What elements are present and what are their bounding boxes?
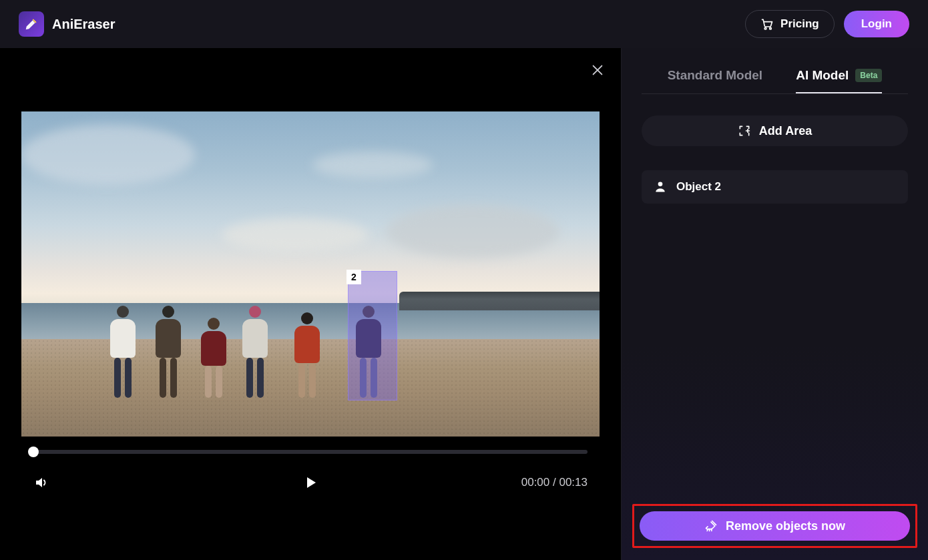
app-logo-icon xyxy=(19,11,44,37)
pricing-button[interactable]: Pricing xyxy=(745,10,835,38)
header-actions: Pricing Login xyxy=(745,10,909,38)
add-area-label: Add Area xyxy=(759,124,812,138)
video-person xyxy=(196,318,231,398)
app-root: AniEraser Pricing Login xyxy=(0,0,928,560)
pricing-label: Pricing xyxy=(780,17,819,31)
broom-icon xyxy=(704,519,718,533)
video-cloud xyxy=(21,125,195,185)
tab-ai-label: AI Model xyxy=(796,68,849,83)
highlight-box: Remove objects now xyxy=(632,504,917,548)
video-cloud xyxy=(312,152,433,178)
object-selection-tag: 2 xyxy=(346,270,361,284)
time-current: 00:00 xyxy=(521,476,550,489)
cart-icon xyxy=(760,17,774,31)
add-area-button[interactable]: Add Area xyxy=(642,115,908,146)
video-person xyxy=(103,306,143,398)
svg-point-2 xyxy=(658,182,663,187)
svg-point-0 xyxy=(764,27,766,29)
login-label: Login xyxy=(861,17,892,30)
video-person xyxy=(148,306,188,398)
video-frame[interactable]: 2 xyxy=(21,111,600,437)
tab-standard-model[interactable]: Standard Model xyxy=(668,63,763,93)
player-controls: 00:00 / 00:13 xyxy=(33,473,588,493)
time-separator: / xyxy=(549,476,559,489)
object-row[interactable]: Object 2 xyxy=(642,170,908,204)
player: 00:00 / 00:13 xyxy=(0,437,621,493)
video-pane: 2 00:00 / 00:13 xyxy=(0,48,621,560)
app-header: AniEraser Pricing Login xyxy=(0,0,928,48)
add-area-icon xyxy=(738,124,751,137)
tab-standard-label: Standard Model xyxy=(668,68,763,83)
remove-objects-label: Remove objects now xyxy=(726,519,845,533)
time-display: 00:00 / 00:13 xyxy=(521,476,588,489)
play-button[interactable] xyxy=(302,475,318,491)
model-tabs: Standard Model AI Model Beta xyxy=(642,63,908,94)
video-cloud xyxy=(386,205,559,258)
video-person xyxy=(235,306,275,398)
video-cloud xyxy=(222,218,369,252)
side-panel: Standard Model AI Model Beta Add Area Ob… xyxy=(621,48,928,560)
tab-ai-model[interactable]: AI Model Beta xyxy=(796,63,882,93)
svg-point-1 xyxy=(770,27,772,29)
video-person xyxy=(288,312,326,398)
remove-objects-button[interactable]: Remove objects now xyxy=(640,511,910,541)
tabs-divider xyxy=(642,93,908,94)
brand: AniEraser xyxy=(19,11,115,37)
video-breakwater xyxy=(399,292,600,310)
close-button[interactable] xyxy=(590,63,605,77)
main-area: 2 00:00 / 00:13 xyxy=(0,48,928,560)
object-label: Object 2 xyxy=(676,180,721,194)
object-selection-box[interactable]: 2 xyxy=(348,271,397,400)
progress-bar[interactable] xyxy=(33,450,588,454)
time-total: 00:13 xyxy=(559,476,588,489)
volume-button[interactable] xyxy=(33,475,49,491)
login-button[interactable]: Login xyxy=(844,11,909,37)
beta-badge: Beta xyxy=(855,69,882,82)
progress-thumb[interactable] xyxy=(28,447,39,457)
person-icon xyxy=(654,180,667,194)
brand-name: AniEraser xyxy=(52,17,115,32)
video-wrap: 2 xyxy=(0,48,621,437)
footer-cta: Remove objects now xyxy=(622,495,928,560)
